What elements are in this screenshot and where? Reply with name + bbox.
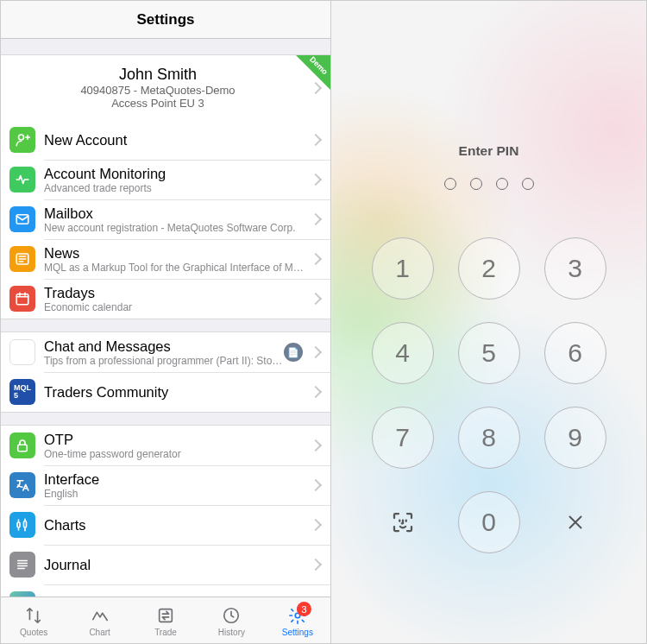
- row-journal[interactable]: Journal: [1, 545, 330, 584]
- chevron-right-icon: [310, 559, 322, 571]
- svg-rect-4: [18, 445, 28, 451]
- row-subtitle: Advanced trade reports: [44, 182, 306, 194]
- svg-rect-6: [160, 609, 173, 622]
- account-access-point: Access Point EU 3: [9, 97, 306, 110]
- row-settings[interactable]: Settings: [1, 584, 330, 597]
- row-title: New Account: [44, 132, 306, 148]
- pin-dots: [444, 178, 534, 190]
- row-mailbox[interactable]: Mailbox New account registration - MetaQ…: [1, 199, 330, 239]
- arrows-icon: [23, 605, 44, 626]
- row-community[interactable]: MQL5 Traders Community: [1, 372, 330, 412]
- pulse-icon: [9, 167, 35, 193]
- tab-bar: Quotes Chart Trade History Settings 3: [1, 597, 330, 643]
- settings-pane: Settings Demo John Smith 40940875 - Meta…: [1, 1, 331, 643]
- account-name: John Smith: [9, 66, 306, 84]
- svg-rect-3: [16, 294, 28, 305]
- mql5-icon: MQL5: [9, 379, 35, 405]
- account-row[interactable]: Demo John Smith 40940875 - MetaQuotes-De…: [1, 55, 330, 120]
- page-title: Settings: [136, 11, 194, 28]
- lock-icon: [9, 432, 35, 458]
- row-tradays[interactable]: Tradays Economic calendar: [1, 279, 330, 319]
- tab-settings[interactable]: Settings 3: [265, 605, 330, 637]
- tab-history[interactable]: History: [198, 605, 264, 637]
- key-3[interactable]: 3: [544, 237, 606, 300]
- row-title: Traders Community: [44, 384, 306, 401]
- key-5[interactable]: 5: [458, 322, 520, 384]
- pin-dot: [444, 178, 456, 190]
- sparkline-icon: [90, 605, 110, 626]
- row-news[interactable]: News MQL as a Markup Tool for the Graphi…: [1, 239, 330, 279]
- key-2[interactable]: 2: [458, 237, 520, 300]
- news-icon: [9, 246, 35, 272]
- journal-icon: [9, 552, 35, 578]
- account-group: Demo John Smith 40940875 - MetaQuotes-De…: [1, 54, 330, 319]
- row-title: Settings: [44, 597, 306, 597]
- row-title: Journal: [44, 557, 306, 573]
- chevron-right-icon: [310, 346, 322, 358]
- chevron-right-icon: [310, 253, 322, 265]
- row-title: Charts: [44, 517, 306, 534]
- delete-button[interactable]: [544, 491, 606, 553]
- row-otp[interactable]: OTP One-time password generator: [1, 426, 330, 465]
- key-6[interactable]: 6: [544, 322, 606, 384]
- row-title: OTP: [44, 432, 306, 448]
- row-subtitle: MQL as a Markup Tool for the Graphical I…: [44, 262, 306, 274]
- tab-label: History: [218, 628, 245, 637]
- chevron-right-icon: [310, 386, 322, 398]
- key-0[interactable]: 0: [458, 491, 520, 553]
- tab-chart[interactable]: Chart: [66, 605, 132, 637]
- nav-header: Settings: [1, 1, 330, 39]
- tab-label: Trade: [154, 628, 177, 637]
- row-title: Tradays: [44, 285, 306, 301]
- pin-dot: [522, 178, 534, 190]
- row-chat[interactable]: Chat and Messages Tips from a profession…: [1, 332, 330, 372]
- candles-icon: [9, 512, 35, 538]
- link-icon: [9, 339, 35, 365]
- document-badge-icon: 📄: [284, 343, 303, 362]
- faceid-button[interactable]: [372, 491, 434, 553]
- key-4[interactable]: 4: [372, 322, 434, 384]
- group-chat: Chat and Messages Tips from a profession…: [1, 331, 330, 413]
- globe-icon: [9, 591, 35, 597]
- chevron-right-icon: [310, 174, 322, 186]
- pin-keypad: 1234567890: [372, 237, 606, 553]
- key-9[interactable]: 9: [544, 407, 606, 469]
- calendar-icon: [9, 286, 35, 312]
- row-subtitle: New account registration - MetaQuotes So…: [44, 222, 306, 234]
- svg-point-0: [19, 135, 24, 140]
- row-account-monitoring[interactable]: Account Monitoring Advanced trade report…: [1, 160, 330, 199]
- clock-icon: [221, 605, 242, 626]
- settings-scroll[interactable]: Demo John Smith 40940875 - MetaQuotes-De…: [1, 39, 330, 597]
- pin-title: Enter PIN: [459, 143, 519, 159]
- row-interface[interactable]: Interface English: [1, 465, 330, 505]
- key-1[interactable]: 1: [372, 237, 434, 300]
- row-subtitle: English: [44, 488, 306, 500]
- row-subtitle: Tips from a professional programmer (Par…: [44, 355, 284, 367]
- chevron-right-icon: [310, 439, 322, 451]
- row-charts[interactable]: Charts: [1, 505, 330, 545]
- row-new-account[interactable]: New Account: [1, 120, 330, 160]
- row-title: Interface: [44, 471, 306, 488]
- row-title: Mailbox: [44, 205, 306, 222]
- group-settings: OTP One-time password generator Interfac…: [1, 425, 330, 597]
- tab-label: Chart: [89, 628, 110, 637]
- chevron-right-icon: [310, 293, 322, 305]
- person-plus-icon: [9, 127, 35, 153]
- row-title: Chat and Messages: [44, 338, 284, 355]
- chevron-right-icon: [310, 519, 322, 531]
- pin-dot: [496, 178, 508, 190]
- key-7[interactable]: 7: [372, 407, 434, 469]
- tab-label: Quotes: [20, 628, 47, 637]
- exchange-icon: [155, 605, 176, 626]
- row-subtitle: One-time password generator: [44, 448, 306, 460]
- tab-label: Settings: [282, 628, 313, 637]
- row-title: News: [44, 245, 306, 262]
- chevron-right-icon: [310, 213, 322, 225]
- mail-icon: [9, 206, 35, 232]
- chevron-right-icon: [310, 479, 322, 491]
- key-8[interactable]: 8: [458, 407, 520, 469]
- account-id-server: 40940875 - MetaQuotes-Demo: [9, 84, 306, 97]
- tab-quotes[interactable]: Quotes: [1, 605, 66, 637]
- row-subtitle: Economic calendar: [44, 301, 306, 313]
- tab-trade[interactable]: Trade: [133, 605, 198, 637]
